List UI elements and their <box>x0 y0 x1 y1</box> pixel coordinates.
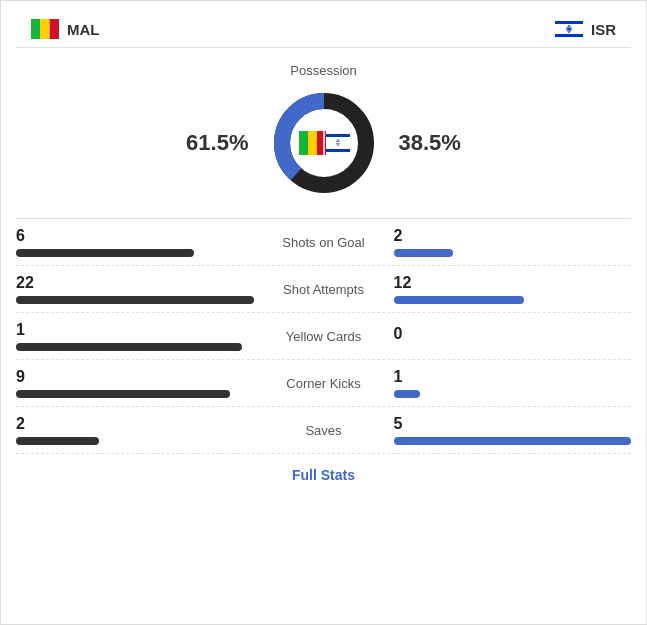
stat-home-bar-2 <box>16 343 242 351</box>
stat-row: 22Shot Attempts12 <box>16 266 631 313</box>
away-possession-pct: 38.5% <box>399 130 469 156</box>
home-possession-pct: 61.5% <box>179 130 249 156</box>
stat-away-value-4: 5 <box>394 415 632 433</box>
possession-section: Possession 61.5% <box>16 48 631 219</box>
stat-away-0: 2 <box>384 227 632 257</box>
stat-label-2: Yellow Cards <box>264 329 384 344</box>
stat-home-value-0: 6 <box>16 227 254 245</box>
stat-home-3: 9 <box>16 368 264 398</box>
stat-away-bar-4 <box>394 437 632 445</box>
stat-away-bar-0 <box>394 249 453 257</box>
stat-label-3: Corner Kicks <box>264 376 384 391</box>
stat-row: 6Shots on Goal2 <box>16 219 631 266</box>
stat-home-1: 22 <box>16 274 264 304</box>
stat-home-bar-1 <box>16 296 254 304</box>
away-team: ISR <box>555 19 616 39</box>
stat-away-bar-1 <box>394 296 525 304</box>
stat-away-value-1: 12 <box>394 274 632 292</box>
stat-row: 2Saves5 <box>16 407 631 454</box>
israel-flag-icon <box>555 19 583 39</box>
svg-rect-13 <box>299 131 308 155</box>
possession-donut <box>269 88 379 198</box>
stat-label-1: Shot Attempts <box>264 282 384 297</box>
stat-row: 1Yellow Cards0 <box>16 313 631 360</box>
full-stats-link-container: Full Stats <box>16 454 631 489</box>
stat-home-bar-3 <box>16 390 230 398</box>
svg-rect-2 <box>50 19 59 39</box>
teams-header: MAL ISR <box>16 11 631 48</box>
svg-rect-1 <box>40 19 49 39</box>
stat-away-value-2: 0 <box>394 325 632 343</box>
stat-home-value-3: 9 <box>16 368 254 386</box>
svg-rect-4 <box>555 21 583 24</box>
stat-home-value-1: 22 <box>16 274 254 292</box>
stat-home-4: 2 <box>16 415 264 445</box>
away-team-code: ISR <box>591 21 616 38</box>
stat-away-value-0: 2 <box>394 227 632 245</box>
stats-section: 6Shots on Goal222Shot Attempts121Yellow … <box>16 219 631 454</box>
stat-away-4: 5 <box>384 415 632 445</box>
svg-rect-0 <box>31 19 40 39</box>
stat-home-value-4: 2 <box>16 415 254 433</box>
stat-label-4: Saves <box>264 423 384 438</box>
mali-flag-icon <box>31 19 59 39</box>
home-team-code: MAL <box>67 21 100 38</box>
stat-home-2: 1 <box>16 321 264 351</box>
full-stats-link[interactable]: Full Stats <box>292 467 355 483</box>
possession-row: 61.5% <box>179 88 469 198</box>
svg-rect-18 <box>326 134 350 137</box>
svg-rect-14 <box>308 131 317 155</box>
stat-home-value-2: 1 <box>16 321 254 339</box>
stat-home-bar-4 <box>16 437 99 445</box>
stat-away-value-3: 1 <box>394 368 632 386</box>
home-team: MAL <box>31 19 100 39</box>
stat-away-2: 0 <box>384 325 632 347</box>
stat-row: 9Corner Kicks1 <box>16 360 631 407</box>
stat-away-1: 12 <box>384 274 632 304</box>
svg-rect-19 <box>326 149 350 152</box>
stat-away-bar-3 <box>394 390 420 398</box>
stat-home-bar-0 <box>16 249 194 257</box>
stat-label-0: Shots on Goal <box>264 235 384 250</box>
svg-rect-5 <box>555 34 583 37</box>
stat-away-3: 1 <box>384 368 632 398</box>
possession-label: Possession <box>290 63 356 78</box>
stat-home-0: 6 <box>16 227 264 257</box>
